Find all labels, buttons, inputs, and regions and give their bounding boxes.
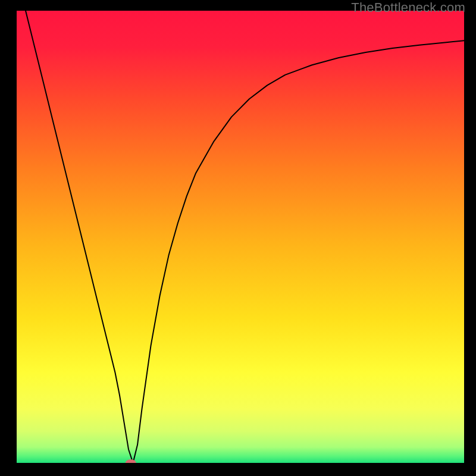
chart-frame: [17, 11, 464, 463]
watermark-text: TheBottleneck.com: [351, 0, 465, 15]
chart-svg: [17, 11, 464, 463]
chart-background: [17, 11, 464, 463]
